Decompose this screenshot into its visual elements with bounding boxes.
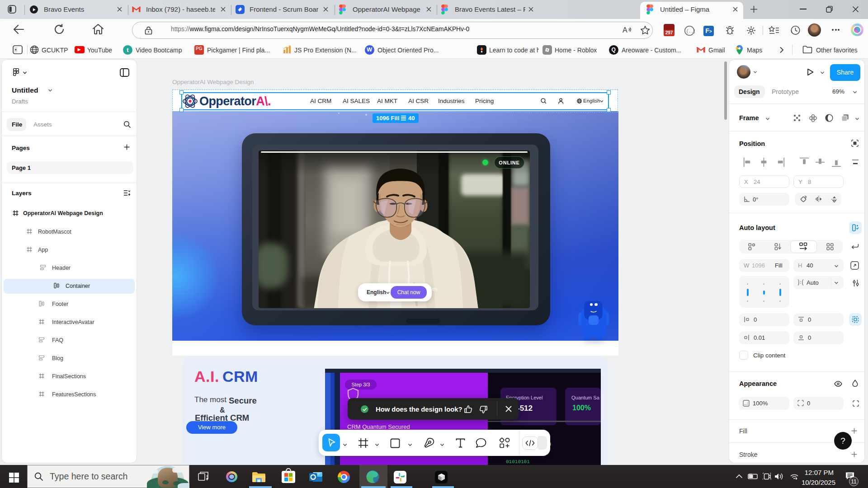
svg-text:A: A — [623, 26, 627, 34]
svg-text:{..}: {..} — [686, 29, 695, 34]
